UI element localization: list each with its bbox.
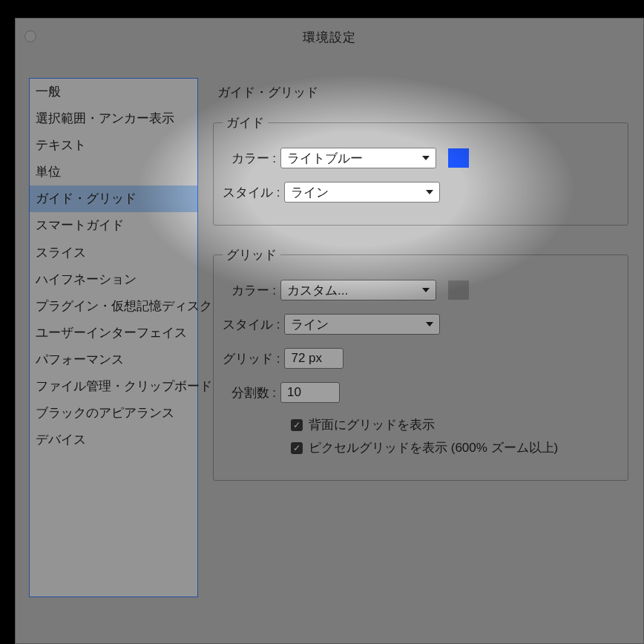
- sidebar-item-file-handling[interactable]: ファイル管理・クリップボード: [30, 373, 197, 400]
- preferences-sidebar: 一般 選択範囲・アンカー表示 テキスト 単位 ガイド・グリッド スマートガイド …: [29, 78, 198, 597]
- guide-style-value: ライン: [291, 184, 421, 201]
- sidebar-item-hyphenation[interactable]: ハイフネーション: [30, 266, 197, 293]
- group-grid-legend: グリッド: [223, 246, 280, 263]
- chevron-down-icon: [426, 322, 433, 326]
- grid-subdiv-value: 10: [287, 385, 301, 400]
- guide-color-label: カラー :: [223, 150, 276, 167]
- checkbox-grid-back[interactable]: ✓: [291, 419, 303, 431]
- sidebar-item-smart-guides[interactable]: スマートガイド: [30, 212, 197, 239]
- grid-style-label: スタイル :: [223, 316, 280, 333]
- sidebar-item-guides-grid[interactable]: ガイド・グリッド: [30, 185, 197, 212]
- sidebar-item-ui[interactable]: ユーザーインターフェイス: [30, 320, 197, 346]
- guide-style-select[interactable]: ライン: [284, 182, 440, 203]
- group-grid: グリッド カラー : カスタム... スタイル : ライン グリッド :: [213, 246, 628, 481]
- grid-style-select[interactable]: ライン: [284, 314, 440, 335]
- group-guide-legend: ガイド: [223, 114, 268, 131]
- chevron-down-icon: [422, 156, 430, 160]
- checkbox-pixel-grid-label: ピクセルグリッドを表示 (600% ズーム以上): [309, 439, 558, 456]
- chevron-down-icon: [426, 190, 433, 194]
- sidebar-item-general[interactable]: 一般: [30, 79, 197, 105]
- panel-guides-grid: ガイド・グリッド ガイド カラー : ライトブルー スタイル : ライン グ: [213, 78, 643, 643]
- grid-size-value: 72 px: [291, 351, 322, 366]
- sidebar-item-units[interactable]: 単位: [30, 159, 197, 185]
- panel-title: ガイド・グリッド: [213, 78, 643, 114]
- check-icon: ✓: [293, 444, 300, 453]
- grid-subdiv-label: 分割数 :: [223, 384, 276, 401]
- grid-color-select[interactable]: カスタム...: [280, 280, 436, 300]
- guide-color-swatch[interactable]: [448, 148, 469, 168]
- sidebar-item-performance[interactable]: パフォーマンス: [30, 346, 197, 373]
- grid-color-label: カラー :: [223, 282, 276, 299]
- sidebar-item-selection[interactable]: 選択範囲・アンカー表示: [30, 105, 197, 132]
- guide-color-value: ライトブルー: [287, 150, 418, 167]
- guide-color-select[interactable]: ライトブルー: [280, 148, 436, 168]
- grid-subdiv-input[interactable]: 10: [280, 382, 340, 403]
- grid-style-value: ライン: [291, 316, 421, 333]
- sidebar-item-devices[interactable]: デバイス: [30, 427, 197, 453]
- sidebar-item-text[interactable]: テキスト: [30, 132, 197, 159]
- preferences-window: 環境設定 一般 選択範囲・アンカー表示 テキスト 単位 ガイド・グリッド スマー…: [15, 18, 644, 644]
- sidebar-item-slices[interactable]: スライス: [30, 240, 197, 266]
- checkbox-grid-back-label: 背面にグリッドを表示: [309, 416, 435, 433]
- grid-size-label: グリッド :: [223, 350, 280, 367]
- guide-style-label: スタイル :: [223, 184, 280, 201]
- group-guide: ガイド カラー : ライトブルー スタイル : ライン: [213, 114, 628, 226]
- grid-color-swatch[interactable]: [448, 280, 469, 300]
- sidebar-item-plugins[interactable]: プラグイン・仮想記憶ディスク: [30, 293, 197, 320]
- grid-color-value: カスタム...: [287, 282, 418, 299]
- chevron-down-icon: [422, 288, 430, 292]
- sidebar-item-black-appearance[interactable]: ブラックのアピアランス: [30, 400, 197, 427]
- grid-size-input[interactable]: 72 px: [284, 348, 344, 369]
- check-icon: ✓: [293, 421, 300, 430]
- checkbox-pixel-grid[interactable]: ✓: [291, 442, 303, 454]
- window-title: 環境設定: [16, 29, 643, 46]
